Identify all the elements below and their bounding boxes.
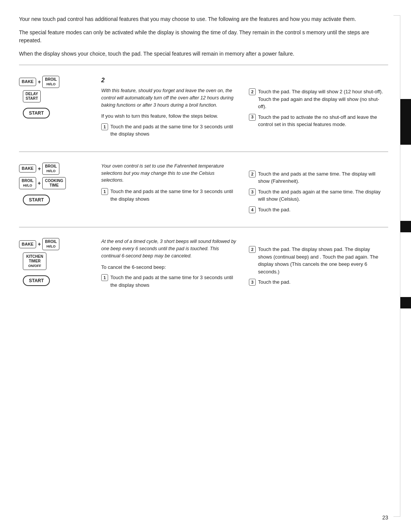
btn-group-bake-broil-2: BAKE + BROILHI/LO (19, 163, 91, 175)
bake-button-3[interactable]: BAKE (19, 240, 36, 248)
blank-area (19, 296, 388, 364)
start-button-3[interactable]: START (23, 275, 50, 286)
cooking-time-button-2[interactable]: COOKINGTIME (42, 177, 66, 189)
section-1-heading: 2 (101, 76, 237, 85)
start-button-2[interactable]: START (23, 195, 50, 205)
step-text-1-2: Touch the pad. The display will show 2 (… (258, 88, 384, 110)
section-1-step-3: 3 Touch the pad to activate the no shut-… (249, 113, 384, 128)
step-text-3-1: Touch the and pads at the same time for … (110, 274, 237, 289)
step-text-3-2: Touch the pad. The display shows pad. Th… (258, 246, 384, 275)
section-3-italic: At the end of a timed cycle, 3 short bee… (101, 238, 237, 259)
section-1-step-1: 1 Touch the and pads at the same time fo… (101, 123, 237, 138)
section-3-middle: At the end of a timed cycle, 3 short bee… (95, 234, 243, 296)
btn-group-bake-broil-3: BAKE + BROILHI/LO (19, 238, 91, 250)
step-text-3-3: Touch the pad. (258, 278, 290, 286)
intro-paragraph-3: When the display shows your choice, touc… (19, 50, 388, 58)
kitchen-timer-button-3[interactable]: KITCHENTIMERON/OFF (23, 252, 46, 270)
section-3-right: 2 Touch the pad. The display shows pad. … (243, 234, 388, 296)
step-text-1-1: Touch the and pads at the same time for … (110, 123, 237, 138)
section-1-right: 2 Touch the pad. The display will show 2… (243, 72, 388, 145)
section-2-buttons: BAKE + BROILHI/LO BROILHI/LO + COOKINGTI… (19, 159, 95, 220)
step-num-1-2: 2 (249, 88, 256, 95)
section-1-step-2: 2 Touch the pad. The display will show 2… (249, 88, 384, 110)
step-num-3-1: 1 (101, 274, 108, 281)
section-3-text: To cancel the 6-second beep: (101, 264, 237, 271)
btn-group-bake-broil-1: BAKE + BROILHI/LO (19, 76, 91, 88)
plus-sign-2a: + (38, 166, 41, 172)
step-num-1-1: 1 (101, 123, 108, 130)
section-2-right: 2 Touch the and pads at the same time. T… (243, 159, 388, 220)
section-1-buttons: BAKE + BROILHI/LO DELAYSTART START (19, 72, 95, 145)
step-num-1-3: 3 (249, 114, 256, 121)
step-num-2-1: 1 (101, 188, 108, 195)
section-3-step-1: 1 Touch the and pads at the same time fo… (101, 274, 237, 289)
section-2-step-4: 4 Touch the pad. (249, 206, 384, 214)
broil-button-2b[interactable]: BROILHI/LO (19, 177, 36, 189)
section-3-step-3: 3 Touch the pad. (249, 278, 384, 286)
step-num-2-3: 3 (249, 189, 256, 195)
broil-button-1[interactable]: BROILHI/LO (42, 76, 59, 88)
step-text-1-3: Touch the pad to activate the no shut-of… (258, 113, 384, 128)
bake-button-2[interactable]: BAKE (19, 165, 36, 173)
delay-start-button-1[interactable]: DELAYSTART (23, 90, 41, 102)
right-tab-3 (400, 297, 411, 308)
intro-paragraph-2: The special feature modes can only be ac… (19, 29, 388, 45)
step-num-2-2: 2 (249, 171, 256, 177)
step-text-2-4: Touch the pad. (258, 206, 290, 214)
section-2-step-2: 2 Touch the and pads at the same time. T… (249, 170, 384, 185)
section-1-text: If you wish to turn this feature, follow… (101, 112, 237, 120)
divider-top (19, 65, 388, 65)
broil-button-3[interactable]: BROILHI/LO (42, 238, 59, 250)
section-1: BAKE + BROILHI/LO DELAYSTART START 2 Wit… (19, 72, 388, 145)
section-1-italic: With this feature, should you forget and… (101, 87, 237, 109)
step-num-2-4: 4 (249, 206, 256, 213)
right-border (393, 15, 400, 517)
step-text-2-3: Touch the and pads again at the same tim… (258, 188, 384, 203)
btn-group-broil-cooking-2: BROILHI/LO + COOKINGTIME (19, 177, 91, 189)
step-num-3-3: 3 (249, 279, 256, 286)
plus-sign-3: + (38, 241, 41, 247)
broil-button-2a[interactable]: BROILHI/LO (42, 163, 59, 175)
section-2-step-3: 3 Touch the and pads again at the same t… (249, 188, 384, 203)
section-2-middle: Your oven control is set to use the Fahr… (95, 159, 243, 220)
section-2-step-1: 1 Touch the and pads at the same time fo… (101, 188, 237, 203)
section-3: BAKE + BROILHI/LO KITCHENTIMERON/OFF STA… (19, 234, 388, 296)
divider-3 (19, 227, 388, 227)
plus-sign-1: + (38, 79, 41, 85)
plus-sign-2b: + (38, 180, 41, 186)
bake-button-1[interactable]: BAKE (19, 78, 36, 86)
page: Your new touch pad control has additiona… (0, 0, 411, 532)
section-1-middle: 2 With this feature, should you forget a… (95, 72, 243, 145)
intro-paragraph-1: Your new touch pad control has additiona… (19, 15, 388, 23)
right-tab-1 (400, 99, 411, 145)
right-tab-2 (400, 221, 411, 232)
step-num-3-2: 2 (249, 246, 256, 253)
section-2: BAKE + BROILHI/LO BROILHI/LO + COOKINGTI… (19, 159, 388, 220)
divider-2 (19, 152, 388, 152)
start-button-1[interactable]: START (23, 108, 50, 118)
section-2-italic: Your oven control is set to use the Fahr… (101, 163, 237, 184)
section-3-step-2: 2 Touch the pad. The display shows pad. … (249, 246, 384, 275)
step-text-2-1: Touch the and pads at the same time for … (110, 188, 237, 203)
page-number: 23 (382, 514, 388, 521)
section-3-buttons: BAKE + BROILHI/LO KITCHENTIMERON/OFF STA… (19, 234, 95, 296)
step-text-2-2: Touch the and pads at the same time. The… (258, 170, 384, 185)
